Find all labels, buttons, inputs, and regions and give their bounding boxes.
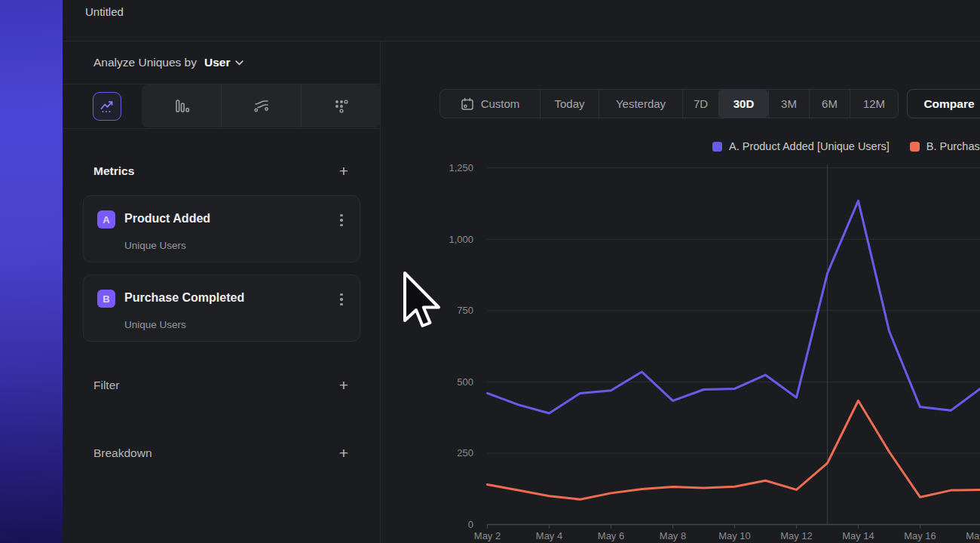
svg-text:May 10: May 10: [718, 530, 751, 541]
line-chart-icon: [100, 99, 115, 114]
metric-badge-b: B: [97, 290, 115, 308]
kebab-icon[interactable]: [335, 292, 348, 307]
bar-chart-icon: [173, 98, 190, 115]
report-title: Untitled: [85, 5, 124, 18]
chart-type-tabs: [63, 84, 380, 129]
svg-text:May 16: May 16: [904, 530, 936, 541]
svg-text:May 4: May 4: [536, 530, 562, 541]
metric-card-b[interactable]: B Purchase Completed Unique Users: [83, 275, 360, 342]
add-metric-button[interactable]: +: [339, 164, 348, 178]
add-breakdown-button[interactable]: +: [339, 446, 348, 460]
flows-icon: [253, 98, 270, 115]
svg-text:500: 500: [457, 376, 473, 388]
tab-line-chart[interactable]: [93, 92, 121, 121]
screen: Untitled Analyze Uniques by User: [0, 0, 980, 543]
grid-dots-icon: [333, 98, 350, 115]
svg-text:250: 250: [457, 447, 473, 459]
metric-title: Purchase Completed: [124, 291, 244, 305]
analyze-label: Analyze Uniques by: [93, 56, 197, 69]
filter-header: Filter +: [93, 379, 348, 392]
metric-card-a[interactable]: A Product Added Unique Users: [83, 195, 360, 262]
chevron-down-icon: [235, 60, 243, 66]
svg-text:May 12: May 12: [780, 530, 813, 541]
chart-type-tabs-inset: [142, 84, 381, 127]
metrics-heading: Metrics: [93, 164, 134, 178]
date-range-picker: Custom Today Yesterday 7D 30D 3M 6M 12M: [439, 89, 899, 118]
analyze-by-dropdown[interactable]: User: [204, 56, 243, 69]
breakdown-header: Breakdown +: [93, 446, 348, 460]
filter-heading: Filter: [93, 379, 119, 392]
top-bar: Untitled: [63, 0, 980, 41]
svg-text:1,250: 1,250: [449, 162, 473, 173]
svg-text:0: 0: [468, 519, 473, 530]
analyze-by-value: User: [204, 56, 230, 69]
range-7d[interactable]: 7D: [682, 90, 718, 118]
svg-text:May 2: May 2: [474, 530, 501, 541]
range-today[interactable]: Today: [540, 90, 599, 118]
line-chart[interactable]: 02505007501,0001,250May 2May 4May 6May 8…: [381, 136, 980, 543]
svg-text:May 8: May 8: [660, 530, 686, 541]
range-yesterday[interactable]: Yesterday: [599, 90, 682, 118]
range-12m[interactable]: 12M: [850, 90, 898, 118]
tab-grid-dots[interactable]: [301, 84, 381, 127]
svg-text:750: 750: [457, 305, 473, 316]
kebab-icon[interactable]: [335, 213, 348, 228]
svg-text:May 14: May 14: [842, 530, 874, 541]
metrics-header: Metrics +: [93, 164, 348, 178]
tab-flows[interactable]: [221, 84, 301, 127]
range-6m[interactable]: 6M: [809, 90, 850, 118]
app-window: Untitled Analyze Uniques by User: [63, 0, 980, 543]
chart-panel: Custom Today Yesterday 7D 30D 3M 6M 12M …: [381, 41, 980, 543]
range-3m[interactable]: 3M: [768, 90, 809, 118]
metric-title: Product Added: [124, 212, 210, 225]
background-gradient: [0, 0, 63, 543]
query-sidebar: Analyze Uniques by User: [63, 41, 381, 543]
svg-text:1,000: 1,000: [449, 234, 473, 245]
metric-subtitle: Unique Users: [124, 319, 186, 330]
metric-subtitle: Unique Users: [124, 240, 186, 251]
calendar-icon: [461, 97, 474, 111]
tab-bar-chart[interactable]: [142, 84, 221, 127]
add-filter-button[interactable]: +: [339, 379, 348, 392]
compare-button[interactable]: Compare: [907, 89, 980, 118]
analyze-row: Analyze Uniques by User: [63, 41, 380, 84]
svg-text:May 6: May 6: [598, 530, 624, 541]
range-30d[interactable]: 30D: [718, 90, 768, 118]
metric-badge-a: A: [97, 210, 115, 229]
svg-text:May 18: May 18: [966, 530, 980, 541]
breakdown-heading: Breakdown: [93, 446, 152, 460]
range-custom[interactable]: Custom: [440, 90, 540, 118]
